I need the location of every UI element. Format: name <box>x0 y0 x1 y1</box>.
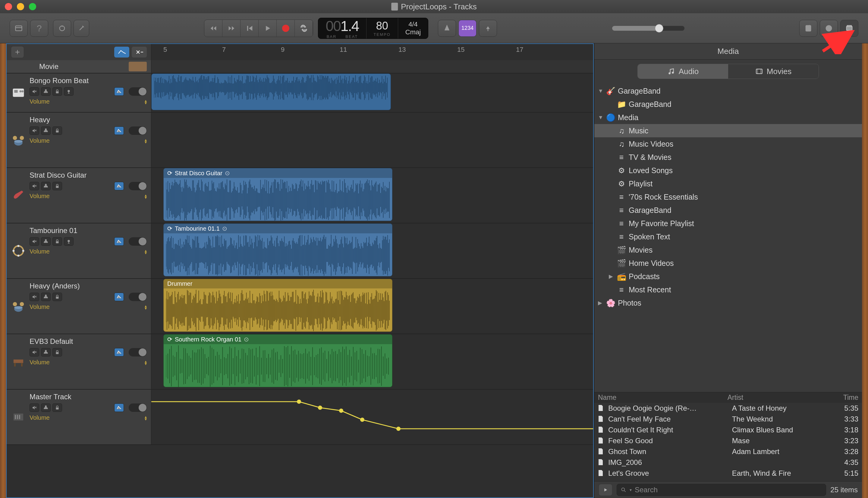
automation-mode-button[interactable] <box>114 293 124 301</box>
solo-button[interactable] <box>41 348 51 356</box>
param-stepper[interactable]: ▴▾ <box>145 305 147 310</box>
param-stepper[interactable]: ▴▾ <box>145 249 147 254</box>
audio-region[interactable]: Drummer <box>163 279 392 332</box>
flex-button[interactable] <box>132 47 147 57</box>
track-lane[interactable]: Drummer <box>151 279 593 333</box>
add-track-button[interactable]: + <box>11 46 24 58</box>
audio-region[interactable] <box>151 74 391 110</box>
metronome-button[interactable]: 1234 <box>458 20 476 37</box>
solo-button[interactable] <box>41 237 51 246</box>
lock-button[interactable] <box>52 348 62 356</box>
movie-thumbnail[interactable] <box>129 62 147 71</box>
track-enable-toggle[interactable] <box>129 348 147 356</box>
media-list-row[interactable]: Can't Feel My FaceThe Weeknd3:33 <box>594 414 862 424</box>
tree-item[interactable]: ⚙Loved Songs <box>594 164 862 177</box>
tree-item[interactable]: ⚙Playlist <box>594 177 862 190</box>
track-enable-toggle[interactable] <box>129 237 147 246</box>
automation-param-label[interactable]: Volume <box>29 303 142 311</box>
track-header[interactable]: Strat Disco Guitar Volume▴▾ <box>7 168 151 223</box>
param-stepper[interactable]: ▴▾ <box>145 99 147 104</box>
track-lane[interactable] <box>151 113 593 167</box>
count-in-button[interactable] <box>438 20 456 37</box>
master-volume-slider[interactable] <box>612 26 685 31</box>
track-enable-toggle[interactable] <box>129 127 147 135</box>
lock-button[interactable] <box>52 404 62 412</box>
tree-item[interactable]: ≡Most Recent <box>594 283 862 296</box>
param-stepper[interactable]: ▴▾ <box>145 360 147 365</box>
param-stepper[interactable]: ▴▾ <box>145 416 147 420</box>
track-header[interactable]: EVB3 Default Volume▴▾ <box>7 334 151 389</box>
automation-mode-button[interactable] <box>114 404 124 412</box>
track-lane[interactable] <box>151 74 593 112</box>
lock-button[interactable] <box>52 127 62 135</box>
automation-mode-button[interactable] <box>114 182 124 190</box>
library-button[interactable] <box>10 20 28 37</box>
automation-mode-button[interactable] <box>114 87 124 96</box>
quick-help-button[interactable]: ? <box>30 20 48 37</box>
col-header-time[interactable]: Time <box>828 394 858 402</box>
track-name-label[interactable]: Bongo Room Beat <box>29 77 147 85</box>
audio-region[interactable]: ⟳Strat Disco Guitar ⊙ <box>163 168 392 221</box>
tree-item[interactable]: ▶📻Podcasts <box>594 270 862 283</box>
close-window-button[interactable] <box>5 3 12 10</box>
media-list-row[interactable]: Ghost TownAdam Lambert3:28 <box>594 446 862 457</box>
solo-button[interactable] <box>41 293 51 301</box>
tab-audio[interactable]: Audio <box>638 64 728 79</box>
track-name-label[interactable]: Tambourine 01 <box>29 226 147 235</box>
zoom-window-button[interactable] <box>29 3 36 10</box>
automation-param-label[interactable]: Volume <box>29 248 142 255</box>
track-enable-toggle[interactable] <box>129 182 147 190</box>
tree-item[interactable]: ♫Music <box>594 124 862 137</box>
solo-button[interactable] <box>41 127 51 135</box>
minimize-window-button[interactable] <box>17 3 24 10</box>
media-list-row[interactable]: Let's GrooveEarth, Wind & Fire5:15 <box>594 468 862 479</box>
track-lane[interactable]: ⟳Tambourine 01.1 ⊙ <box>151 223 593 278</box>
editors-button[interactable] <box>74 20 89 37</box>
automation-mode-button[interactable] <box>114 348 124 356</box>
col-header-artist[interactable]: Artist <box>728 394 828 402</box>
disclosure-triangle[interactable]: ▼ <box>598 88 603 94</box>
tree-item[interactable]: ▶🌸Photos <box>594 296 862 310</box>
track-name-label[interactable]: Heavy <box>29 116 147 124</box>
go-to-beginning-button[interactable] <box>241 20 259 37</box>
mute-button[interactable] <box>29 293 39 301</box>
media-source-tree[interactable]: ▼🎸GarageBand📁GarageBand▼🔵Media♫Music♫Mus… <box>594 83 862 392</box>
col-header-name[interactable]: Name <box>598 394 728 402</box>
track-header[interactable]: Tambourine 01 Volume▴▾ <box>7 223 151 278</box>
audio-region[interactable]: ⟳Southern Rock Organ 01 ⊙ <box>163 334 392 387</box>
track-header[interactable]: Heavy (Anders) Volume▴▾ <box>7 279 151 333</box>
mute-button[interactable] <box>29 237 39 246</box>
disclosure-triangle[interactable]: ▼ <box>598 115 603 121</box>
param-stepper[interactable]: ▴▾ <box>145 194 147 199</box>
media-song-list[interactable]: Boogie Oogie Oogie (Re-…A Taste of Honey… <box>594 403 862 481</box>
media-list-row[interactable]: Boogie Oogie Oogie (Re-…A Taste of Honey… <box>594 403 862 414</box>
lock-button[interactable] <box>52 87 62 96</box>
disclosure-triangle[interactable]: ▶ <box>598 300 603 306</box>
automation-param-label[interactable]: Volume <box>29 98 142 105</box>
track-lane[interactable]: ⟳Southern Rock Organ 01 ⊙ <box>151 334 593 389</box>
automation-param-label[interactable]: Volume <box>29 137 142 144</box>
tree-item[interactable]: 📁GarageBand <box>594 97 862 111</box>
track-enable-toggle[interactable] <box>129 87 147 96</box>
record-button[interactable] <box>277 20 295 37</box>
smart-controls-button[interactable] <box>53 20 71 37</box>
automation-curve[interactable] <box>151 390 593 445</box>
mute-button[interactable] <box>29 182 39 190</box>
media-search-input[interactable]: ▾Search <box>617 484 826 496</box>
automation-param-label[interactable]: Volume <box>29 193 142 200</box>
solo-button[interactable] <box>41 404 51 412</box>
rewind-button[interactable] <box>204 20 222 37</box>
track-lane[interactable] <box>151 390 593 444</box>
mute-button[interactable] <box>29 404 39 412</box>
tree-item[interactable]: ≡Spoken Text <box>594 230 862 243</box>
automation-param-label[interactable]: Volume <box>29 359 142 366</box>
solo-button[interactable] <box>41 87 51 96</box>
track-name-label[interactable]: Heavy (Anders) <box>29 282 147 290</box>
lcd-timesig[interactable]: 4/4 <box>408 21 418 28</box>
tree-item[interactable]: ▼🔵Media <box>594 111 862 124</box>
mute-button[interactable] <box>29 127 39 135</box>
disclosure-triangle[interactable]: ▶ <box>609 273 614 280</box>
lcd-display[interactable]: 001.4BARBEAT 80TEMPO 4/4Cmaj <box>318 18 428 39</box>
media-list-row[interactable]: Feel So GoodMase3:23 <box>594 435 862 446</box>
tree-item[interactable]: 🎬Movies <box>594 243 862 257</box>
